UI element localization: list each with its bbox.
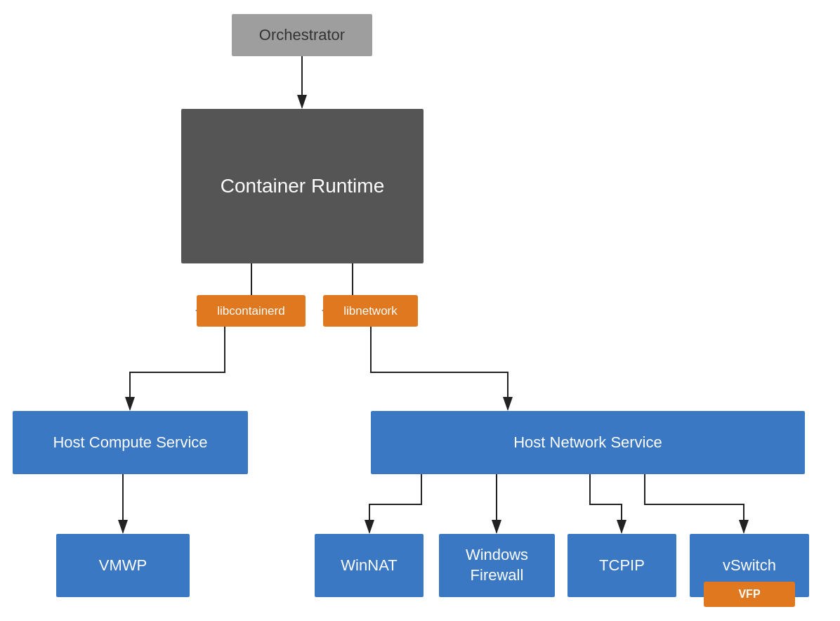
- vmwp-box: VMWP: [56, 534, 190, 597]
- tcpip-label: TCPIP: [599, 556, 645, 575]
- winnat-box: WinNAT: [315, 534, 424, 597]
- vfp-box: VFP: [704, 582, 795, 607]
- windows-firewall-label: WindowsFirewall: [466, 545, 528, 585]
- winnat-label: WinNAT: [341, 556, 397, 575]
- vmwp-label: VMWP: [99, 556, 147, 575]
- container-runtime-label: Container Runtime: [221, 175, 384, 197]
- arrows-svg: [0, 0, 840, 621]
- vswitch-label: vSwitch: [723, 556, 776, 575]
- host-network-service-box: Host Network Service: [371, 411, 805, 474]
- host-compute-service-box: Host Compute Service: [13, 411, 248, 474]
- libnetwork-label: libnetwork: [343, 304, 398, 318]
- architecture-diagram: Orchestrator Container Runtime libcontai…: [0, 0, 840, 621]
- host-network-service-label: Host Network Service: [513, 433, 662, 452]
- orchestrator-label: Orchestrator: [259, 26, 345, 44]
- vfp-label: VFP: [738, 588, 760, 601]
- orchestrator-box: Orchestrator: [232, 14, 372, 56]
- tcpip-box: TCPIP: [567, 534, 676, 597]
- libcontainerd-label: libcontainerd: [217, 304, 284, 318]
- host-compute-service-label: Host Compute Service: [53, 433, 207, 452]
- libnetwork-box: libnetwork: [323, 295, 418, 327]
- windows-firewall-box: WindowsFirewall: [439, 534, 555, 597]
- libcontainerd-box: libcontainerd: [197, 295, 306, 327]
- container-runtime-box: Container Runtime: [181, 109, 424, 263]
